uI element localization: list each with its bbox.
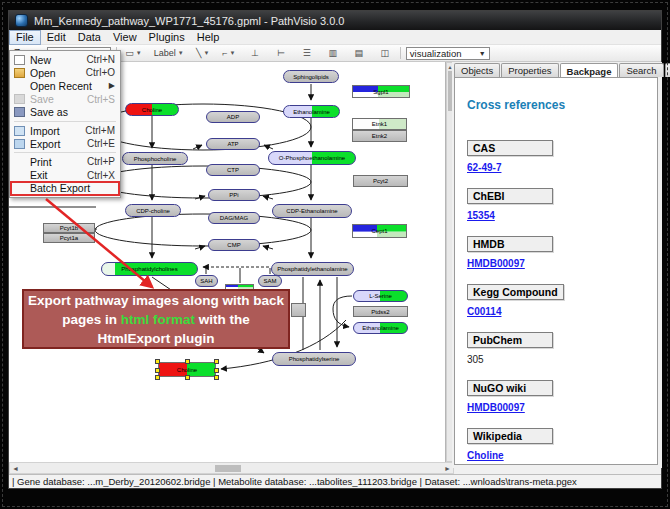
pathway-node-sphingolipids[interactable]: Sphingolipids	[283, 70, 339, 83]
menubar-item-edit[interactable]: Edit	[41, 30, 72, 44]
xref-section-wikipedia: WikipediaCholine	[467, 426, 645, 461]
pathway-node-sah[interactable]: SAH	[195, 275, 218, 287]
xref-link[interactable]: C00114	[467, 306, 645, 317]
xref-section-chebi: ChEBI15354	[467, 186, 645, 221]
file-menu-item-export[interactable]: ExportCtrl+E	[11, 137, 119, 150]
xref-source-name: Wikipedia	[467, 428, 553, 444]
pathway-node-pcyt1a[interactable]: Pcyt1a	[43, 233, 95, 243]
line-tool-button[interactable]: ╲▼	[193, 45, 213, 61]
xref-link[interactable]: HMDB00097	[467, 258, 645, 269]
toolbar-separator	[400, 47, 401, 59]
window-title: Mm_Kennedy_pathway_WP1771_45176.gpml - P…	[34, 15, 344, 27]
pathway-node-etnk1[interactable]: Etnk1	[352, 118, 407, 130]
pathway-node-pcyt2[interactable]: Pcyt2	[353, 175, 408, 187]
xref-section-pubchem: PubChem305	[467, 330, 645, 365]
label-tool-button[interactable]: Label▼	[151, 45, 187, 61]
pathway-node-l-serine[interactable]: L-Serine	[353, 290, 408, 302]
pathway-node-ethanolamine[interactable]: Ethanolamine	[353, 322, 408, 334]
pathway-node-cmp[interactable]: CMP	[208, 239, 260, 251]
xref-value: 305	[467, 354, 645, 365]
tab-properties[interactable]: Properties	[501, 63, 558, 77]
pathway-node-cept1[interactable]: Cept1	[352, 224, 407, 238]
xref-link[interactable]: HMDB00097	[467, 402, 645, 413]
xref-source-name: HMDB	[467, 236, 553, 252]
file-menu-popup: NewCtrl+NOpenCtrl+OOpen Recent▶SaveCtrl+…	[9, 50, 121, 198]
menu-separator	[14, 121, 116, 122]
pathway-node-cdp-choline[interactable]: CDP-choline	[125, 204, 181, 217]
pathway-node-etnk2[interactable]: Etnk2	[352, 130, 407, 142]
tab-legend[interactable]: Legend	[665, 63, 670, 77]
pathway-node-adp[interactable]: ADP	[206, 111, 260, 123]
file-menu-item-open[interactable]: OpenCtrl+O	[11, 66, 119, 79]
align-center-button[interactable]: ⊥	[245, 45, 265, 61]
pathway-node-ppi[interactable]: PPi	[208, 189, 260, 201]
file-menu-item-exit[interactable]: ExitCtrl+X	[11, 169, 119, 182]
xref-source-name: PubChem	[467, 332, 553, 348]
import-icon	[14, 126, 25, 136]
tab-search[interactable]: Search	[619, 63, 663, 77]
xref-section-kegg-compound: Kegg CompoundC00114	[467, 282, 645, 317]
pathway-node-phosphatidylserine[interactable]: Phosphatidylserine	[272, 352, 356, 366]
pathway-node-choline[interactable]: Choline	[158, 362, 216, 377]
open-icon	[14, 68, 25, 78]
scroll-left-icon[interactable]: ◄	[10, 465, 19, 472]
xref-link[interactable]: 15354	[467, 210, 645, 221]
visualization-value: visualization	[410, 48, 462, 59]
align-middle-button[interactable]: ⊢	[271, 45, 291, 61]
file-menu-item-new[interactable]: NewCtrl+N	[11, 53, 119, 66]
toolbar-buttons: ▭▼Label▼╲▼⌐▼⊥⊢☰▥▤◫	[122, 45, 394, 61]
pathway-node-ptdss2[interactable]: Ptdss2	[353, 306, 408, 317]
pathway-node-o-phosphoethanolamine[interactable]: O-Phosphoethanolamine	[268, 151, 356, 165]
side-panel-tabs: ObjectsPropertiesBackpageSearchLegend	[454, 63, 670, 77]
canvas-horizontal-scrollbar[interactable]: ◄ ►	[9, 462, 454, 474]
xref-link[interactable]: Choline	[467, 450, 645, 461]
screenshot-stage: Mm_Kennedy_pathway_WP1771_45176.gpml - P…	[0, 0, 670, 509]
horizontal-scroll-thumb[interactable]	[215, 465, 241, 472]
distribute-vertical-button[interactable]: ☰	[297, 45, 317, 61]
pathway-node-ethanolamine[interactable]: Ethanolamine	[283, 105, 340, 118]
menubar-item-help[interactable]: Help	[191, 30, 226, 44]
connector-tool-button[interactable]: ⌐▼	[219, 45, 239, 61]
menu-separator	[14, 152, 116, 153]
line-tool-icon: ╲	[196, 48, 201, 58]
datanode-tool-button[interactable]: ▭▼	[122, 45, 144, 61]
status-bar: | Gene database: ...m_Derby_20120602.bri…	[9, 474, 661, 488]
distribute-horizontal-icon: ▥	[329, 48, 338, 58]
pathway-node-pcyt1b[interactable]: Pcyt1b	[43, 223, 95, 233]
chevron-down-icon: ▼	[479, 50, 486, 57]
xref-section-hmdb: HMDBHMDB00097	[467, 234, 645, 269]
pathway-node-dag-mag[interactable]: DAG/MAG	[208, 212, 260, 224]
visualization-combobox[interactable]: visualization ▼	[406, 47, 490, 60]
annotation-text: Export pathway images along with back pa…	[28, 291, 284, 348]
common-height-button[interactable]: ◫	[375, 45, 395, 61]
pathway-node[interactable]	[291, 303, 306, 317]
pathway-node-cdp-ethanolamine[interactable]: CDP-Ethanolamine	[272, 204, 352, 218]
align-center-icon: ⊥	[251, 48, 259, 58]
pathway-node-phosphocholine[interactable]: Phosphocholine	[122, 152, 188, 165]
file-menu-item-print[interactable]: PrintCtrl+P	[11, 155, 119, 168]
tab-objects[interactable]: Objects	[454, 63, 500, 77]
pathway-node-phosphatidylcholines[interactable]: Phosphatidylcholines	[101, 262, 198, 276]
file-menu-item-batch-export[interactable]: Batch Export	[11, 182, 119, 195]
file-menu-item-save: SaveCtrl+S	[11, 93, 119, 106]
menubar-item-file[interactable]: File	[9, 30, 41, 45]
submenu-arrow-icon: ▶	[109, 81, 115, 90]
distribute-horizontal-button[interactable]: ▥	[323, 45, 343, 61]
align-middle-icon: ⊢	[277, 48, 285, 58]
xref-link[interactable]: 62-49-7	[467, 162, 645, 173]
pathway-node-atp[interactable]: ATP	[206, 138, 260, 150]
file-menu-item-import[interactable]: ImportCtrl+M	[11, 124, 119, 137]
pathway-node-sam[interactable]: SAM	[258, 275, 282, 287]
pathway-node-phosphatidylethanolamine[interactable]: Phosphatidylethanolamine	[271, 262, 354, 276]
menubar-item-view[interactable]: View	[107, 30, 143, 44]
side-panel: ObjectsPropertiesBackpageSearchLegend Cr…	[452, 62, 662, 468]
pathway-node-choline[interactable]: Choline	[125, 103, 179, 116]
annotation-callout: Export pathway images along with back pa…	[22, 289, 290, 349]
menubar-item-plugins[interactable]: Plugins	[143, 30, 191, 44]
menubar-item-data[interactable]: Data	[72, 30, 107, 44]
pathway-node-ctp[interactable]: CTP	[206, 164, 260, 176]
common-width-button[interactable]: ▤	[349, 45, 369, 61]
pathway-node-sgpl1[interactable]: Sgpl1	[352, 85, 410, 98]
file-menu-item-open-recent[interactable]: Open Recent▶	[11, 79, 119, 92]
file-menu-item-save-as[interactable]: Save as	[11, 106, 119, 119]
